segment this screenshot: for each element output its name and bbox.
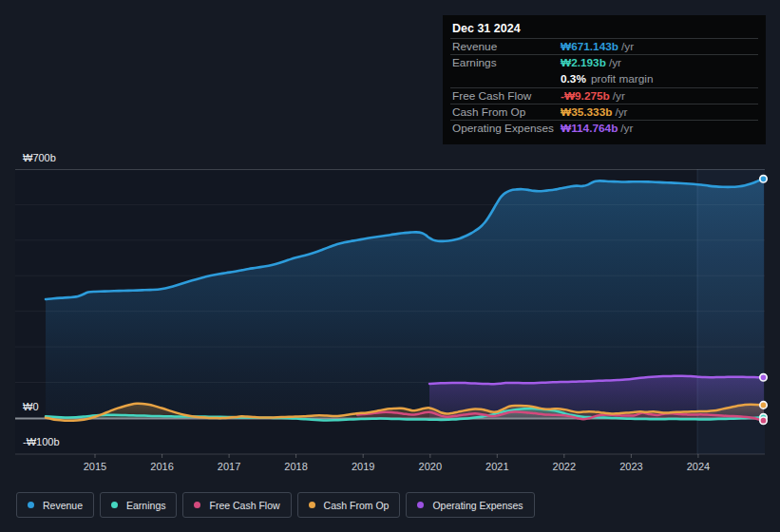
svg-text:2016: 2016 [150, 461, 173, 472]
svg-text:2017: 2017 [218, 461, 240, 472]
svg-text:2023: 2023 [619, 461, 642, 472]
svg-text:₩700b: ₩700b [23, 152, 56, 163]
svg-text:-₩100b: -₩100b [23, 436, 60, 447]
svg-text:2024: 2024 [687, 461, 710, 472]
svg-text:2018: 2018 [284, 461, 307, 472]
svg-text:2019: 2019 [352, 461, 374, 472]
svg-text:2020: 2020 [419, 461, 442, 472]
svg-text:2022: 2022 [553, 461, 576, 472]
svg-text:₩0: ₩0 [23, 401, 39, 412]
svg-text:2021: 2021 [485, 461, 508, 472]
svg-text:2015: 2015 [84, 461, 106, 472]
